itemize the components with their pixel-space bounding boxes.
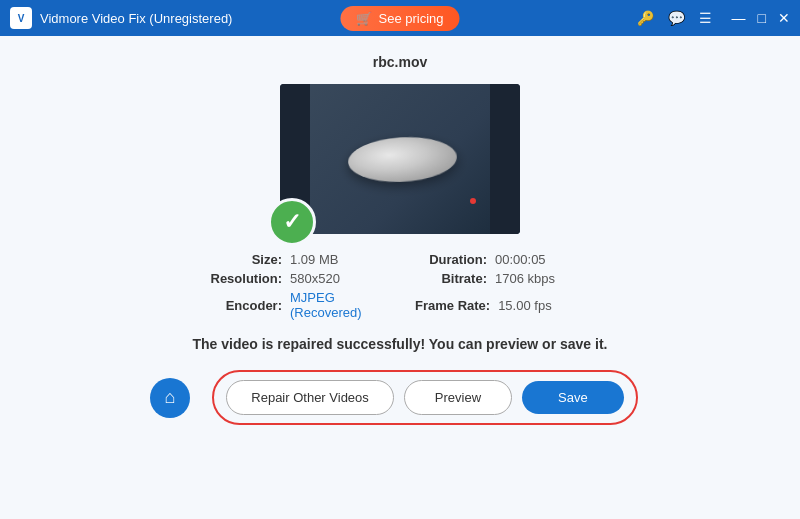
repair-other-videos-button[interactable]: Repair Other Videos: [226, 380, 394, 415]
bitrate-label: Bitrate:: [415, 271, 487, 286]
video-thumbnail-inner: [280, 84, 520, 234]
size-row: Size: 1.09 MB: [210, 252, 385, 267]
save-button[interactable]: Save: [522, 381, 624, 414]
window-controls: — □ ✕: [732, 10, 790, 26]
video-thumbnail: ✓: [280, 84, 520, 234]
size-value: 1.09 MB: [290, 252, 338, 267]
close-button[interactable]: ✕: [778, 10, 790, 26]
title-bar-right: 🔑 💬 ☰ — □ ✕: [637, 10, 790, 26]
resolution-row: Resolution: 580x520: [210, 271, 385, 286]
home-button[interactable]: ⌂: [150, 378, 190, 418]
size-label: Size:: [210, 252, 282, 267]
video-frame-shape: [347, 134, 459, 183]
preview-button[interactable]: Preview: [404, 380, 512, 415]
bitrate-value: 1706 kbps: [495, 271, 555, 286]
menu-icon[interactable]: ☰: [699, 10, 712, 26]
success-message: The video is repaired successfully! You …: [193, 336, 608, 352]
framerate-label: Frame Rate:: [415, 298, 490, 313]
filename-label: rbc.mov: [373, 54, 427, 70]
home-icon: ⌂: [165, 387, 176, 408]
video-info-grid: Size: 1.09 MB Duration: 00:00:05 Resolut…: [210, 252, 590, 320]
title-bar-left: V Vidmore Video Fix (Unregistered): [10, 7, 232, 29]
see-pricing-button[interactable]: 🛒 See pricing: [340, 6, 459, 31]
encoder-row: Encoder: MJPEG (Recovered): [210, 290, 385, 320]
duration-row: Duration: 00:00:05: [415, 252, 590, 267]
chat-icon[interactable]: 💬: [668, 10, 685, 26]
resolution-label: Resolution:: [210, 271, 282, 286]
bottom-action-area: ⌂ Repair Other Videos Preview Save: [0, 370, 800, 425]
minimize-button[interactable]: —: [732, 10, 746, 26]
title-bar: V Vidmore Video Fix (Unregistered) 🛒 See…: [0, 0, 800, 36]
framerate-value: 15.00 fps: [498, 298, 552, 313]
encoder-label: Encoder:: [210, 298, 282, 313]
key-icon[interactable]: 🔑: [637, 10, 654, 26]
action-buttons-container: Repair Other Videos Preview Save: [212, 370, 637, 425]
encoder-value: MJPEG (Recovered): [290, 290, 385, 320]
red-dot-indicator: [470, 198, 476, 204]
check-icon: ✓: [283, 211, 301, 233]
app-logo: V: [10, 7, 32, 29]
maximize-button[interactable]: □: [758, 10, 766, 26]
resolution-value: 580x520: [290, 271, 340, 286]
duration-value: 00:00:05: [495, 252, 546, 267]
app-title: Vidmore Video Fix (Unregistered): [40, 11, 232, 26]
see-pricing-label: See pricing: [378, 11, 443, 26]
cart-icon: 🛒: [356, 11, 372, 26]
success-badge: ✓: [268, 198, 316, 246]
duration-label: Duration:: [415, 252, 487, 267]
main-content: rbc.mov ✓ Size: 1.09 MB Duration: 00:00:…: [0, 36, 800, 519]
framerate-row: Frame Rate: 15.00 fps: [415, 290, 590, 320]
bitrate-row: Bitrate: 1706 kbps: [415, 271, 590, 286]
title-bar-center: 🛒 See pricing: [340, 6, 459, 31]
